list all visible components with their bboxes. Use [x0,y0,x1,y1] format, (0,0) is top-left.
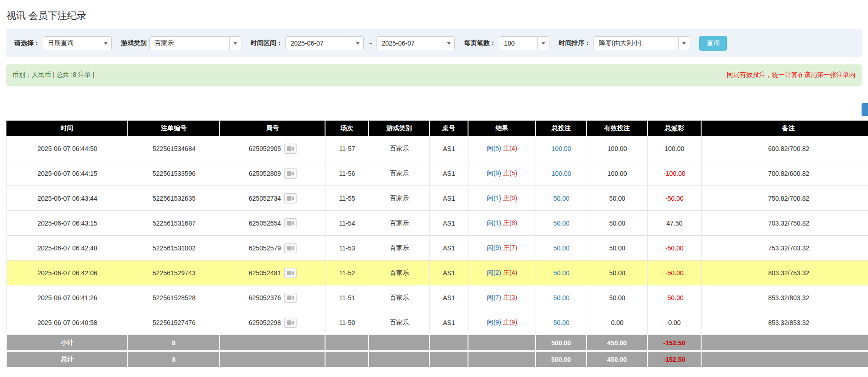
chevron-down-icon[interactable] [229,37,241,50]
video-replay-button[interactable] [284,318,297,328]
chevron-down-icon[interactable] [352,37,363,50]
round-number: 625052905 [249,145,281,152]
cell-result: 闲(9) 庄(5) [468,161,536,186]
empty-cell [220,352,326,368]
total-bet-link[interactable]: 50.00 [553,294,569,302]
cell-result: 闲(5) 庄(4) [468,136,536,161]
result-banker: 庄(3) [503,294,517,301]
cell-game-type: 百家乐 [369,236,430,261]
cell-table-no: AS1 [430,310,468,335]
round-number: 625052376 [249,294,281,302]
cell-payout: -50.00 [648,285,702,310]
date-from-select[interactable]: 2025-06-07 [286,36,364,50]
video-camera-icon [287,320,294,325]
empty-cell [369,352,430,368]
cell-total-bet: 50.00 [536,285,587,310]
cell-round: 625052579 [220,236,326,261]
cell-time: 2025-06-07 06:44:50 [6,136,128,161]
result-player: 闲(1) [487,194,501,202]
video-replay-button[interactable] [284,293,297,303]
total-payout: -152.50 [648,352,702,368]
chevron-down-icon[interactable] [443,37,454,50]
time-range-label: 时间区间： [251,39,283,47]
info-bar: 币别：人民币 | 总共 :8 注单 | 同局有效投注，统一计算在该局第一张注单内 [6,64,862,86]
search-button[interactable]: 查询 [699,36,727,51]
cell-table-no: AS1 [430,161,468,186]
table-row: 2025-06-07 06:44:50 522561534684 6250529… [6,136,868,161]
empty-cell [430,335,468,352]
total-bet-link[interactable]: 50.00 [553,220,569,227]
cell-time: 2025-06-07 06:42:06 [6,261,128,285]
filter-bar: 请选择： 日期查询 游戏类别 百家乐 时间区间： 2025-06-07 ~ 20… [6,29,862,57]
video-replay-button[interactable] [284,243,297,253]
query-type-select[interactable]: 日期查询 [43,36,112,50]
sort-order-select[interactable]: 降幂(由大到小) [594,36,690,50]
video-replay-button[interactable] [284,168,297,179]
result-player: 闲(9) [487,169,501,177]
subtotal-valid-bet: 450.00 [587,335,648,352]
sort-order-label: 时间排序： [559,39,591,47]
chevron-down-icon[interactable] [678,37,690,50]
cell-note: 803.32/753.32 [702,261,868,285]
cell-payout: -100.00 [648,161,702,186]
total-total-bet: 500.00 [536,352,587,368]
cell-table-no: AS1 [430,236,468,261]
cell-session: 11-50 [326,310,369,335]
cell-note: 753.32/703.32 [702,236,868,261]
cell-result: 闲(2) 庄(4) [468,261,536,285]
header-bet-id: 注单编号 [128,121,220,136]
round-number: 625052809 [249,170,281,177]
video-replay-button[interactable] [284,193,297,203]
cell-table-no: AS1 [430,285,468,310]
video-replay-button[interactable] [284,268,297,278]
cell-game-type: 百家乐 [369,285,430,310]
game-type-select[interactable]: 百家乐 [149,36,241,50]
header-session: 场次 [326,121,369,136]
cell-round: 625052905 [220,136,326,161]
result-banker: 庄(8) [503,219,517,226]
empty-cell [430,352,468,368]
total-bet-link[interactable]: 100.00 [552,170,571,177]
cell-table-no: AS1 [430,211,468,236]
cell-game-type: 百家乐 [369,186,430,211]
empty-cell [702,335,868,352]
subtotal-count: 8 [128,335,220,352]
page-title: 视讯 会员下注纪录 [6,9,868,22]
total-bet-link[interactable]: 50.00 [553,269,569,277]
table-row: 2025-06-07 06:41:26 522561528528 6250523… [6,285,868,310]
total-bet-link[interactable]: 50.00 [553,195,569,202]
cell-total-bet: 50.00 [536,236,587,261]
total-bet-link[interactable]: 50.00 [553,319,569,326]
total-bet-link[interactable]: 50.00 [553,244,569,252]
cell-session: 11-54 [326,211,369,236]
cell-note: 853.32/803.32 [702,285,868,310]
page-root: 视讯 会员下注纪录 请选择： 日期查询 游戏类别 百家乐 时间区间： 2025-… [0,9,868,368]
video-camera-icon [287,270,294,276]
video-replay-button[interactable] [284,144,297,154]
cell-round: 625052809 [220,161,326,186]
chevron-down-icon[interactable] [537,37,549,50]
cell-valid-bet: 50.00 [587,285,648,310]
cell-total-bet: 50.00 [536,261,587,285]
cell-note: 750.82/700.82 [702,186,868,211]
subtotal-total-bet: 500.00 [536,335,587,352]
round-number: 625052654 [249,220,281,227]
cell-session: 11-53 [326,236,369,261]
chevron-down-icon[interactable] [100,37,111,50]
cell-game-type: 百家乐 [369,161,430,186]
cell-time: 2025-06-07 06:43:44 [6,186,128,211]
cell-payout: -50.00 [648,236,702,261]
edge-action-button[interactable] [862,103,868,116]
cell-bet-id: 522561534684 [128,136,220,161]
video-replay-button[interactable] [284,218,297,228]
result-player: 闲(5) [487,145,501,152]
total-row: 总计 8 500.00 450.00 -152.50 [6,352,868,368]
cell-payout: -50.00 [648,261,702,285]
cell-table-no: AS1 [430,136,468,161]
date-to-select[interactable]: 2025-06-07 [377,36,455,50]
page-size-select[interactable]: 100 [499,36,549,50]
cell-note: 703.32/750.82 [702,211,868,236]
total-bet-link[interactable]: 100.00 [552,145,571,152]
result-banker: 庄(9) [503,319,517,326]
empty-cell [326,335,369,352]
